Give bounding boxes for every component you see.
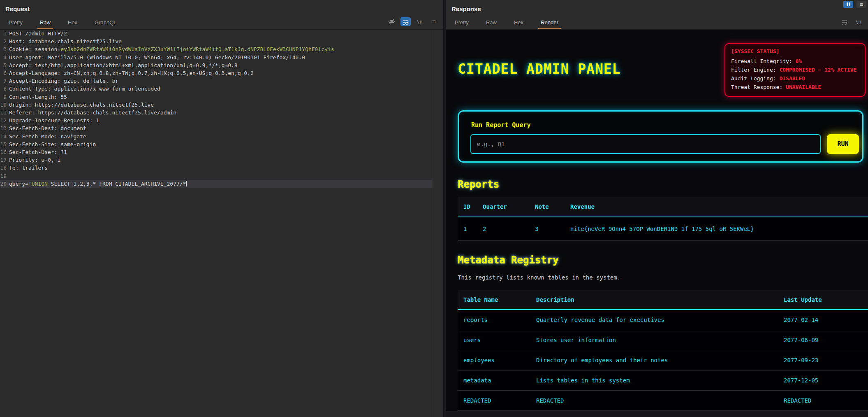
line-text: Accept-Language: zh-CN,zh;q=0.8,zh-TW;q=… <box>9 69 254 77</box>
panel-divider[interactable] <box>443 0 446 417</box>
request-line[interactable]: 3Cookie: session=eyJsb2dnZWRfaW4iOnRydWU… <box>0 45 432 53</box>
request-line[interactable]: 5Accept: text/html,application/xhtml+xml… <box>0 61 432 69</box>
reports-row: 123nite{neVeR_9Onn4_57OP_WonDER1N9_1f_17… <box>458 217 868 241</box>
response-tab-bar: PrettyRawHexRender <box>452 19 561 29</box>
syssec-row: Audit Logging: DISABLED <box>731 74 859 83</box>
word-wrap-icon[interactable] <box>839 17 849 26</box>
line-text: Sec-Fetch-User: ?1 <box>9 148 67 156</box>
hide-response-eye-slash-icon[interactable] <box>387 17 397 26</box>
request-line[interactable]: 6Accept-Language: zh-CN,zh;q=0.8,zh-TW;q… <box>0 69 432 77</box>
syssec-status-title: [SYSSEC STATUS] <box>731 48 859 54</box>
request-line[interactable]: 4User-Agent: Mozilla/5.0 (Windows NT 10.… <box>0 54 432 61</box>
editor-edge-line <box>433 30 433 417</box>
metadata-table: Table NameDescriptionLast Update reports… <box>458 290 868 411</box>
line-number: 6 <box>0 69 9 77</box>
line-number: 17 <box>0 156 9 164</box>
request-line[interactable]: 17Priority: u=0, i <box>0 156 432 164</box>
request-line[interactable]: 18Te: trailers <box>0 164 432 172</box>
line-number: 19 <box>0 172 9 180</box>
response-panel-title: Response <box>451 5 481 12</box>
tab-hex[interactable]: Hex <box>65 19 80 29</box>
metadata-cell: REDACTED <box>536 397 784 404</box>
tab-render[interactable]: Render <box>538 19 561 29</box>
token: Upgrade-Insecure-Requests: 1 <box>9 117 99 123</box>
token: Content-Type: application/x-www-form-url… <box>9 86 160 92</box>
run-report-query-box: Run Report Query RUN <box>458 110 863 163</box>
tab-hex[interactable]: Hex <box>512 19 526 29</box>
line-number: 11 <box>0 109 9 116</box>
request-line[interactable]: 11Referer: https://database.chals.nitect… <box>0 109 432 116</box>
line-number: 15 <box>0 140 9 148</box>
syssec-label: Firewall Integrity: <box>731 58 796 64</box>
render-bottom-strip <box>446 411 868 417</box>
request-tab-bar: PrettyRawHexGraphQL <box>6 19 119 29</box>
request-line[interactable]: 2Host: database.chals.nitectf25.live <box>0 37 432 45</box>
request-line[interactable]: 20query='UNION SELECT 1,2,3,* FROM CITAD… <box>0 180 432 188</box>
reports-cell: 3 <box>535 226 570 232</box>
token: Te: trailers <box>9 165 48 171</box>
syssec-row: Threat Response: UNAVAILABLE <box>731 83 859 91</box>
query-input[interactable] <box>470 134 821 154</box>
token: Origin: https://database.chals.nitectf25… <box>9 102 154 108</box>
response-toolbar: \n <box>839 17 863 26</box>
word-wrap-icon[interactable] <box>400 17 411 26</box>
tab-pretty[interactable]: Pretty <box>6 19 25 29</box>
line-text: Te: trailers <box>9 164 48 172</box>
metadata-cell: REDACTED <box>784 397 868 404</box>
request-line[interactable]: 14Sec-Fetch-Mode: navigate <box>0 133 432 140</box>
token: Sec-Fetch-Dest: document <box>9 125 86 131</box>
request-line[interactable]: 12Upgrade-Insecure-Requests: 1 <box>0 116 432 124</box>
reports-cell: 1 <box>458 226 483 232</box>
metadata-header-cell: Last Update <box>784 296 868 303</box>
menu-icon[interactable]: ≡ <box>856 1 866 8</box>
newline-toggle-icon[interactable]: \n <box>853 17 863 26</box>
line-text: Priority: u=0, i <box>9 156 60 164</box>
request-line[interactable]: 16Sec-Fetch-User: ?1 <box>0 148 432 156</box>
metadata-row: employeesDirectory of employees and thei… <box>458 350 868 370</box>
pause-icon[interactable] <box>843 1 853 8</box>
tab-graphql[interactable]: GraphQL <box>92 19 119 29</box>
request-line[interactable]: 8Content-Type: application/x-www-form-ur… <box>0 85 432 93</box>
line-text: User-Agent: Mozilla/5.0 (Windows NT 10.0… <box>9 54 305 61</box>
line-text: Accept-Encoding: gzip, deflate, br <box>9 77 118 85</box>
metadata-cell: users <box>458 337 536 343</box>
reports-table-header: IDQuarterNoteRevenue <box>458 197 868 217</box>
token: query=' <box>9 181 32 187</box>
token: Referer: https://database.chals.nitectf2… <box>9 109 176 116</box>
request-raw-editor[interactable]: 1POST /admin HTTP/22Host: database.chals… <box>0 30 443 417</box>
request-line[interactable]: 9Content-Length: 55 <box>0 93 432 101</box>
line-number: 3 <box>0 45 9 53</box>
line-text: Referer: https://database.chals.nitectf2… <box>9 109 176 116</box>
request-line[interactable]: 13Sec-Fetch-Dest: document <box>0 124 432 132</box>
run-button[interactable]: RUN <box>827 134 859 154</box>
line-number: 7 <box>0 77 9 85</box>
line-text: Cookie: session=eyJsb2dnZWRfaW4iOnRydWUs… <box>9 45 334 53</box>
tab-raw[interactable]: Raw <box>37 19 53 29</box>
line-number: 9 <box>0 93 9 101</box>
line-text: Origin: https://database.chals.nitectf25… <box>9 101 154 109</box>
token: Cookie: session= <box>9 46 60 52</box>
hamburger-menu-icon[interactable]: ≡ <box>428 17 439 26</box>
syssec-label: Threat Response: <box>731 84 786 90</box>
tab-raw[interactable]: Raw <box>484 19 499 29</box>
line-number: 16 <box>0 148 9 156</box>
token: Content-Length: 55 <box>9 94 67 100</box>
token: UNION <box>32 181 48 187</box>
request-line[interactable]: 10Origin: https://database.chals.nitectf… <box>0 101 432 109</box>
response-panel: Response PrettyRawHexRender \n [SYSSEC S… <box>446 0 868 417</box>
window-controls: ≡ <box>843 1 866 8</box>
request-line[interactable]: 7Accept-Encoding: gzip, deflate, br <box>0 77 432 85</box>
request-line[interactable]: 19 <box>0 172 432 180</box>
request-line[interactable]: 1POST /admin HTTP/2 <box>0 30 432 37</box>
line-number: 1 <box>0 30 9 37</box>
line-number: 12 <box>0 116 9 124</box>
metadata-cell: 2077-12-05 <box>784 377 868 384</box>
newline-toggle-icon[interactable]: \n <box>414 17 425 26</box>
token: Host: database.chals.nitectf25.live <box>9 38 122 44</box>
metadata-table-header: Table NameDescriptionLast Update <box>458 290 868 310</box>
tab-pretty[interactable]: Pretty <box>452 19 471 29</box>
line-text: Sec-Fetch-Site: same-origin <box>9 140 96 148</box>
request-line[interactable]: 15Sec-Fetch-Site: same-origin <box>0 140 432 148</box>
line-number: 4 <box>0 54 9 61</box>
syssec-label: Filter Engine: <box>731 67 779 73</box>
